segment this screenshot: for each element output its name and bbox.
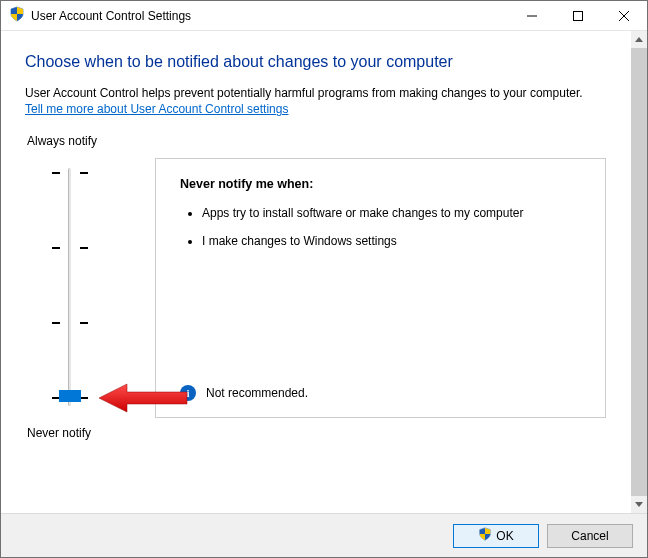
maximize-button[interactable] — [555, 1, 601, 30]
uac-shield-icon — [9, 6, 25, 25]
slider-tick — [80, 397, 88, 399]
slider-top-label: Always notify — [27, 134, 155, 148]
ok-button-label: OK — [496, 529, 513, 543]
vertical-scrollbar[interactable] — [630, 31, 647, 513]
slider-tick — [52, 172, 60, 174]
minimize-button[interactable] — [509, 1, 555, 30]
page-heading: Choose when to be notified about changes… — [25, 53, 606, 71]
status-row: i Not recommended. — [180, 385, 308, 401]
dialog-footer: OK Cancel — [1, 513, 647, 557]
description-text: User Account Control helps prevent poten… — [25, 85, 606, 101]
panel-title: Never notify me when: — [180, 177, 587, 191]
close-button[interactable] — [601, 1, 647, 30]
window-title: User Account Control Settings — [31, 9, 191, 23]
info-icon: i — [180, 385, 196, 401]
uac-shield-icon — [478, 527, 492, 544]
slider-tick — [80, 172, 88, 174]
cancel-button[interactable]: Cancel — [547, 524, 633, 548]
content-area: Choose when to be notified about changes… — [1, 31, 630, 513]
title-bar: User Account Control Settings — [1, 1, 647, 31]
cancel-button-label: Cancel — [571, 529, 608, 543]
svg-marker-5 — [635, 37, 643, 42]
slider-tick — [52, 247, 60, 249]
scroll-up-arrow-icon[interactable] — [631, 31, 647, 48]
scrollbar-thumb[interactable] — [631, 48, 647, 496]
slider-tick — [80, 322, 88, 324]
window-controls — [509, 1, 647, 30]
scroll-down-arrow-icon[interactable] — [631, 496, 647, 513]
svg-rect-1 — [574, 11, 583, 20]
panel-bullet-list: Apps try to install software or make cha… — [180, 205, 587, 249]
status-text: Not recommended. — [206, 386, 308, 400]
slider-thumb[interactable] — [59, 390, 81, 402]
notification-level-panel: Never notify me when: Apps try to instal… — [155, 158, 606, 418]
help-link[interactable]: Tell me more about User Account Control … — [25, 102, 288, 116]
slider-track — [68, 168, 72, 406]
slider-tick — [80, 247, 88, 249]
uac-slider[interactable] — [35, 162, 105, 412]
slider-tick — [52, 322, 60, 324]
svg-marker-6 — [635, 502, 643, 507]
ok-button[interactable]: OK — [453, 524, 539, 548]
slider-bottom-label: Never notify — [27, 426, 155, 440]
list-item: Apps try to install software or make cha… — [202, 205, 587, 221]
list-item: I make changes to Windows settings — [202, 233, 587, 249]
